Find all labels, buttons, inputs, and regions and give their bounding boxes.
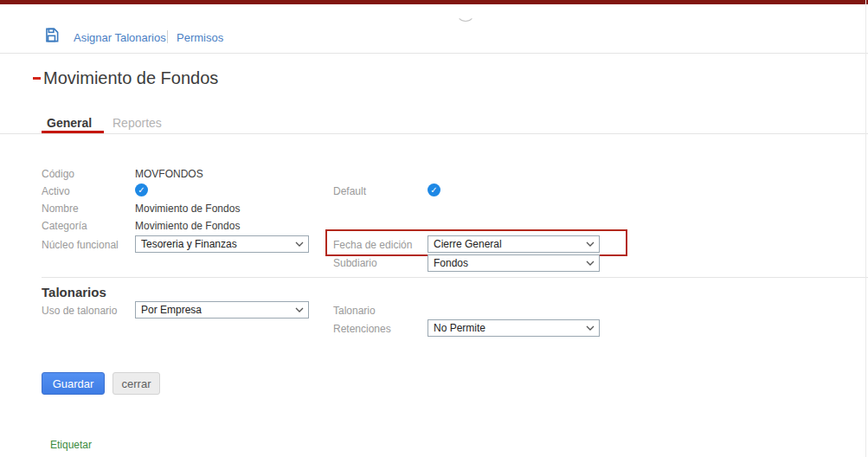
nucleo-funcional-selected-value: Tesoreria y Finanzas: [141, 238, 237, 250]
chevron-down-icon: [586, 261, 595, 266]
nucleo-funcional-select[interactable]: Tesoreria y Finanzas: [135, 235, 309, 253]
activo-label: Activo: [42, 185, 70, 197]
subdiario-selected-value: Fondos: [434, 257, 468, 269]
page-title: Movimiento de Fondos: [43, 68, 218, 88]
fecha-edicion-select[interactable]: Cierre General: [428, 235, 600, 253]
subdiario-label: Subdiario: [333, 257, 377, 269]
subdiario-select[interactable]: Fondos: [428, 254, 600, 272]
tabs-divider: [0, 133, 868, 134]
chevron-down-icon: [295, 307, 304, 312]
fecha-edicion-label: Fecha de edición: [333, 239, 412, 251]
nombre-value: Movimiento de Fondos: [135, 203, 240, 215]
codigo-label: Código: [42, 168, 74, 180]
activo-checkbox-checked-icon[interactable]: [135, 183, 148, 196]
section-divider: [42, 277, 868, 278]
save-icon[interactable]: [43, 27, 60, 43]
talonarios-section-heading: Talonarios: [42, 285, 106, 299]
decorative-arc: [456, 3, 475, 22]
default-checkbox-checked-icon[interactable]: [428, 183, 440, 196]
categoria-value: Movimiento de Fondos: [135, 220, 240, 232]
codigo-value: MOVFONDOS: [135, 168, 203, 180]
header-divider: [0, 53, 868, 54]
nav-link-permisos[interactable]: Permisos: [177, 31, 223, 44]
guardar-button[interactable]: Guardar: [42, 372, 105, 395]
tab-general[interactable]: General: [47, 116, 92, 130]
etiquetar-link[interactable]: Etiquetar: [50, 439, 92, 451]
default-label: Default: [333, 185, 366, 197]
uso-talonario-selected-value: Por Empresa: [141, 304, 202, 316]
uso-talonario-label: Uso de talonario: [42, 305, 117, 317]
nav-divider: [167, 30, 168, 43]
app-window: Asignar Talonarios Permisos Movimiento d…: [0, 0, 868, 457]
chevron-down-icon: [586, 325, 595, 331]
top-accent-bar: [0, 0, 868, 4]
chevron-down-icon: [586, 241, 595, 247]
fecha-edicion-selected-value: Cierre General: [434, 238, 502, 250]
talonario-label: Talonario: [333, 305, 376, 317]
nav-link-asignar-talonarios[interactable]: Asignar Talonarios: [74, 31, 166, 44]
right-edge-line: [865, 0, 866, 457]
nombre-label: Nombre: [42, 203, 79, 215]
nucleo-funcional-label: Núcleo funcional: [42, 239, 119, 251]
uso-talonario-select[interactable]: Por Empresa: [135, 301, 309, 319]
chevron-down-icon: [295, 241, 304, 247]
retenciones-select[interactable]: No Permite: [428, 319, 600, 337]
tab-reportes[interactable]: Reportes: [113, 116, 162, 130]
cerrar-button[interactable]: cerrar: [113, 372, 160, 395]
categoria-label: Categoría: [42, 220, 87, 232]
title-dash-marker: [33, 77, 41, 80]
retenciones-selected-value: No Permite: [434, 322, 485, 334]
retenciones-label: Retenciones: [333, 323, 391, 335]
